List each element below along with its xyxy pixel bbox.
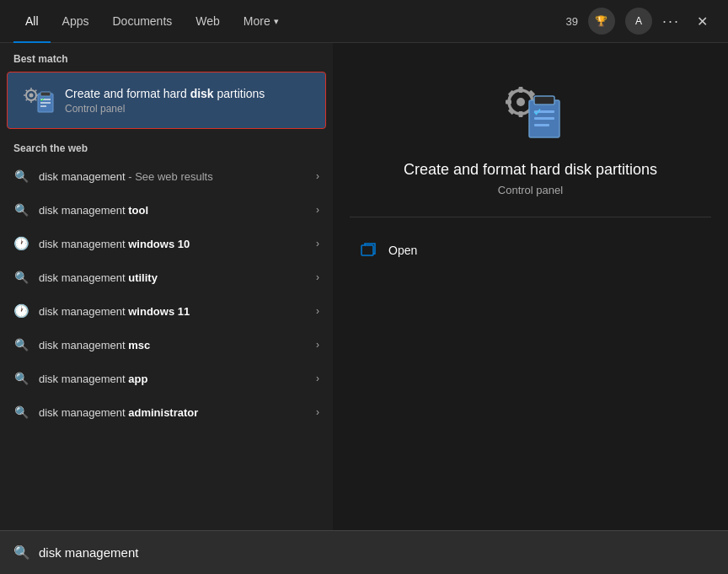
svg-rect-18	[518, 111, 522, 117]
list-item[interactable]: 🔍 disk management app ›	[0, 362, 333, 395]
result-text: disk management - See web results	[39, 170, 309, 183]
svg-line-9	[26, 99, 27, 100]
best-match-subtitle: Control panel	[65, 103, 312, 115]
main-content: Best match	[0, 43, 728, 530]
result-text: disk management tool	[39, 204, 309, 217]
badge-count: 39	[566, 15, 578, 28]
best-match-item[interactable]: Create and format hard disk partitions C…	[7, 72, 326, 129]
search-icon: 🔍	[13, 169, 29, 184]
tab-apps[interactable]: Apps	[51, 0, 101, 43]
svg-point-16	[517, 98, 525, 106]
svg-rect-30	[361, 245, 373, 255]
list-item[interactable]: 🔍 disk management tool ›	[0, 193, 333, 227]
svg-line-6	[26, 90, 27, 91]
tab-more[interactable]: More ▾	[232, 0, 291, 43]
chevron-right-icon: ›	[316, 406, 319, 418]
history-icon: 🕐	[13, 236, 29, 251]
open-label: Open	[388, 244, 417, 257]
search-icon: 🔍	[13, 337, 29, 352]
search-input[interactable]	[39, 545, 715, 560]
list-item[interactable]: 🔍 disk management utility ›	[0, 260, 333, 294]
chevron-right-icon: ›	[316, 238, 319, 249]
svg-rect-23	[507, 108, 514, 115]
trophy-button[interactable]: 🏆	[588, 8, 615, 35]
right-app-subtitle: Control panel	[498, 184, 563, 196]
search-bar-icon: 🔍	[13, 544, 30, 561]
search-icon: 🔍	[13, 371, 29, 386]
chevron-right-icon: ›	[316, 271, 319, 283]
tab-documents-label: Documents	[112, 14, 172, 28]
best-match-title: Create and format hard disk partitions	[65, 86, 312, 101]
tab-web-label: Web	[195, 14, 220, 28]
chevron-right-icon: ›	[316, 339, 319, 351]
list-item[interactable]: 🕐 disk management windows 10 ›	[0, 227, 333, 260]
svg-rect-11	[40, 92, 51, 96]
user-avatar[interactable]: A	[625, 8, 652, 35]
best-match-label: Best match	[0, 43, 333, 72]
search-icon: 🔍	[13, 202, 29, 217]
left-panel: Best match	[0, 43, 333, 530]
search-icon: 🔍	[13, 405, 29, 420]
tab-apps-label: Apps	[62, 14, 89, 28]
tab-more-label: More	[244, 14, 270, 28]
user-initial: A	[635, 15, 642, 27]
tab-all-label: All	[25, 14, 39, 28]
tab-web[interactable]: Web	[184, 0, 232, 43]
svg-line-7	[35, 99, 36, 100]
best-match-text: Create and format hard disk partitions C…	[65, 86, 312, 115]
svg-rect-29	[534, 124, 549, 126]
svg-rect-17	[518, 87, 522, 93]
right-app-title: Create and format hard disk partitions	[404, 161, 657, 179]
tab-all[interactable]: All	[13, 0, 51, 43]
divider	[350, 217, 711, 217]
top-navigation: All Apps Documents Web More ▾ 39 🏆 A ···…	[0, 0, 728, 43]
chevron-right-icon: ›	[316, 305, 319, 317]
search-icon: 🔍	[13, 270, 29, 285]
history-icon: 🕐	[13, 303, 29, 319]
app-icon-large	[497, 77, 565, 144]
search-web-label: Search the web	[0, 132, 333, 159]
disk-partition-icon	[21, 83, 55, 117]
svg-rect-28	[534, 117, 554, 120]
open-icon	[360, 241, 378, 260]
list-item[interactable]: 🕐 disk management windows 11 ›	[0, 294, 333, 328]
close-button[interactable]: ✕	[690, 10, 715, 33]
result-text: disk management administrator	[39, 406, 309, 419]
list-item[interactable]: 🔍 disk management - See web results ›	[0, 159, 333, 193]
svg-rect-26	[534, 96, 554, 105]
open-action[interactable]: Open	[350, 234, 711, 266]
result-text: disk management msc	[39, 339, 309, 351]
chevron-right-icon: ›	[316, 170, 319, 182]
chevron-right-icon: ›	[316, 204, 319, 216]
list-item[interactable]: 🔍 disk management msc ›	[0, 328, 333, 362]
right-panel: Create and format hard disk partitions C…	[333, 43, 728, 530]
chevron-right-icon: ›	[316, 373, 319, 384]
result-text: disk management windows 10	[39, 238, 309, 250]
svg-point-1	[29, 94, 34, 98]
trophy-icon: 🏆	[595, 15, 608, 27]
search-bar: 🔍	[0, 530, 728, 574]
result-text: disk management app	[39, 373, 309, 385]
more-options-button[interactable]: ···	[662, 13, 680, 30]
svg-rect-19	[506, 100, 511, 105]
result-text: disk management windows 11	[39, 305, 309, 318]
svg-line-8	[35, 90, 36, 91]
more-dropdown-arrow: ▾	[274, 16, 279, 27]
list-item[interactable]: 🔍 disk management administrator ›	[0, 395, 333, 429]
tab-documents[interactable]: Documents	[100, 0, 184, 43]
result-text: disk management utility	[39, 271, 309, 284]
